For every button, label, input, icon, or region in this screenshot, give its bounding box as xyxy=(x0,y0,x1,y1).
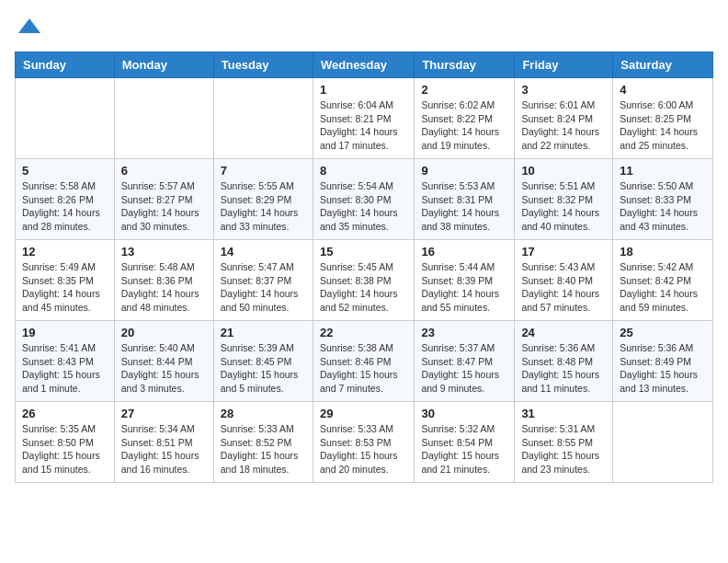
day-number: 21 xyxy=(221,326,306,339)
day-of-week-header: Saturday xyxy=(613,52,713,78)
day-number: 17 xyxy=(521,245,606,259)
calendar-cell: 6Sunrise: 5:57 AMSunset: 8:27 PMDaylight… xyxy=(114,159,213,240)
day-number: 2 xyxy=(421,83,507,97)
day-of-week-header: Thursday xyxy=(415,52,515,78)
day-number: 13 xyxy=(121,245,207,259)
day-number: 6 xyxy=(121,164,207,178)
day-of-week-header: Monday xyxy=(114,52,213,78)
day-info: Sunrise: 5:37 AMSunset: 8:47 PMDaylight:… xyxy=(421,341,507,396)
calendar-week-row: 1Sunrise: 6:04 AMSunset: 8:21 PMDaylight… xyxy=(16,78,713,159)
day-info: Sunrise: 5:33 AMSunset: 8:53 PMDaylight:… xyxy=(320,422,407,477)
day-info: Sunrise: 5:31 AMSunset: 8:55 PMDaylight:… xyxy=(521,422,606,477)
day-info: Sunrise: 5:49 AMSunset: 8:35 PMDaylight:… xyxy=(22,260,108,315)
calendar-cell: 1Sunrise: 6:04 AMSunset: 8:21 PMDaylight… xyxy=(313,78,414,159)
day-info: Sunrise: 5:44 AMSunset: 8:39 PMDaylight:… xyxy=(421,260,507,315)
day-number: 8 xyxy=(320,164,407,178)
day-number: 9 xyxy=(421,164,507,178)
logo xyxy=(15,15,42,40)
calendar-cell xyxy=(16,78,115,159)
day-number: 3 xyxy=(521,83,606,97)
day-number: 14 xyxy=(221,245,306,259)
calendar-week-row: 19Sunrise: 5:41 AMSunset: 8:43 PMDayligh… xyxy=(16,321,713,402)
calendar-cell: 4Sunrise: 6:00 AMSunset: 8:25 PMDaylight… xyxy=(613,78,713,159)
calendar-cell: 30Sunrise: 5:32 AMSunset: 8:54 PMDayligh… xyxy=(415,402,515,483)
day-info: Sunrise: 5:38 AMSunset: 8:46 PMDaylight:… xyxy=(320,341,407,396)
day-info: Sunrise: 5:51 AMSunset: 8:32 PMDaylight:… xyxy=(521,179,606,234)
calendar-cell: 7Sunrise: 5:55 AMSunset: 8:29 PMDaylight… xyxy=(213,159,313,240)
day-of-week-header: Sunday xyxy=(16,52,115,78)
day-info: Sunrise: 5:54 AMSunset: 8:30 PMDaylight:… xyxy=(320,179,407,234)
calendar-cell: 5Sunrise: 5:58 AMSunset: 8:26 PMDaylight… xyxy=(16,159,115,240)
day-info: Sunrise: 5:39 AMSunset: 8:45 PMDaylight:… xyxy=(221,341,306,396)
calendar-cell: 3Sunrise: 6:01 AMSunset: 8:24 PMDaylight… xyxy=(515,78,613,159)
calendar-week-row: 26Sunrise: 5:35 AMSunset: 8:50 PMDayligh… xyxy=(16,402,713,483)
day-number: 25 xyxy=(620,326,706,339)
calendar-cell: 17Sunrise: 5:43 AMSunset: 8:40 PMDayligh… xyxy=(515,240,613,321)
calendar-cell: 23Sunrise: 5:37 AMSunset: 8:47 PMDayligh… xyxy=(415,321,515,402)
calendar-cell: 14Sunrise: 5:47 AMSunset: 8:37 PMDayligh… xyxy=(213,240,313,321)
day-info: Sunrise: 5:36 AMSunset: 8:48 PMDaylight:… xyxy=(521,341,606,396)
day-number: 16 xyxy=(421,245,507,259)
day-info: Sunrise: 5:33 AMSunset: 8:52 PMDaylight:… xyxy=(221,422,306,477)
day-info: Sunrise: 5:42 AMSunset: 8:42 PMDaylight:… xyxy=(620,260,706,315)
day-info: Sunrise: 5:53 AMSunset: 8:31 PMDaylight:… xyxy=(421,179,507,234)
calendar-cell: 19Sunrise: 5:41 AMSunset: 8:43 PMDayligh… xyxy=(16,321,115,402)
day-info: Sunrise: 5:43 AMSunset: 8:40 PMDaylight:… xyxy=(521,260,606,315)
calendar-cell: 12Sunrise: 5:49 AMSunset: 8:35 PMDayligh… xyxy=(16,240,115,321)
calendar-cell: 31Sunrise: 5:31 AMSunset: 8:55 PMDayligh… xyxy=(515,402,613,483)
day-info: Sunrise: 5:57 AMSunset: 8:27 PMDaylight:… xyxy=(121,179,207,234)
day-number: 11 xyxy=(620,164,706,178)
day-info: Sunrise: 5:35 AMSunset: 8:50 PMDaylight:… xyxy=(22,422,108,477)
day-info: Sunrise: 5:47 AMSunset: 8:37 PMDaylight:… xyxy=(221,260,306,315)
day-info: Sunrise: 5:36 AMSunset: 8:49 PMDaylight:… xyxy=(620,341,706,396)
calendar-week-row: 12Sunrise: 5:49 AMSunset: 8:35 PMDayligh… xyxy=(16,240,713,321)
day-info: Sunrise: 5:32 AMSunset: 8:54 PMDaylight:… xyxy=(421,422,507,477)
day-number: 4 xyxy=(620,83,706,97)
day-of-week-header: Wednesday xyxy=(313,52,414,78)
day-info: Sunrise: 5:34 AMSunset: 8:51 PMDaylight:… xyxy=(121,422,207,477)
day-number: 19 xyxy=(22,326,108,339)
calendar-cell: 28Sunrise: 5:33 AMSunset: 8:52 PMDayligh… xyxy=(213,402,313,483)
calendar-cell: 15Sunrise: 5:45 AMSunset: 8:38 PMDayligh… xyxy=(313,240,414,321)
calendar-cell: 29Sunrise: 5:33 AMSunset: 8:53 PMDayligh… xyxy=(313,402,414,483)
day-number: 29 xyxy=(320,407,407,420)
calendar-cell: 21Sunrise: 5:39 AMSunset: 8:45 PMDayligh… xyxy=(213,321,313,402)
day-info: Sunrise: 6:04 AMSunset: 8:21 PMDaylight:… xyxy=(320,98,407,153)
calendar-cell: 2Sunrise: 6:02 AMSunset: 8:22 PMDaylight… xyxy=(415,78,515,159)
page-header xyxy=(15,15,713,40)
day-info: Sunrise: 5:41 AMSunset: 8:43 PMDaylight:… xyxy=(22,341,108,396)
day-number: 22 xyxy=(320,326,407,339)
calendar-cell: 8Sunrise: 5:54 AMSunset: 8:30 PMDaylight… xyxy=(313,159,414,240)
day-of-week-header: Friday xyxy=(515,52,613,78)
svg-marker-0 xyxy=(18,18,40,33)
calendar-cell: 9Sunrise: 5:53 AMSunset: 8:31 PMDaylight… xyxy=(415,159,515,240)
day-info: Sunrise: 5:50 AMSunset: 8:33 PMDaylight:… xyxy=(620,179,706,234)
calendar-cell: 20Sunrise: 5:40 AMSunset: 8:44 PMDayligh… xyxy=(114,321,213,402)
calendar-cell: 25Sunrise: 5:36 AMSunset: 8:49 PMDayligh… xyxy=(613,321,713,402)
day-number: 26 xyxy=(22,407,108,420)
day-number: 28 xyxy=(221,407,306,420)
day-number: 18 xyxy=(620,245,706,259)
day-info: Sunrise: 5:45 AMSunset: 8:38 PMDaylight:… xyxy=(320,260,407,315)
calendar-cell xyxy=(613,402,713,483)
day-number: 12 xyxy=(22,245,108,259)
day-number: 15 xyxy=(320,245,407,259)
calendar-cell: 27Sunrise: 5:34 AMSunset: 8:51 PMDayligh… xyxy=(114,402,213,483)
calendar-header-row: SundayMondayTuesdayWednesdayThursdayFrid… xyxy=(16,52,713,78)
day-number: 20 xyxy=(121,326,207,339)
day-info: Sunrise: 5:58 AMSunset: 8:26 PMDaylight:… xyxy=(22,179,108,234)
day-of-week-header: Tuesday xyxy=(213,52,313,78)
day-number: 10 xyxy=(521,164,606,178)
calendar-cell xyxy=(213,78,313,159)
calendar-cell: 11Sunrise: 5:50 AMSunset: 8:33 PMDayligh… xyxy=(613,159,713,240)
day-info: Sunrise: 5:55 AMSunset: 8:29 PMDaylight:… xyxy=(221,179,306,234)
calendar-cell: 18Sunrise: 5:42 AMSunset: 8:42 PMDayligh… xyxy=(613,240,713,321)
day-info: Sunrise: 5:40 AMSunset: 8:44 PMDaylight:… xyxy=(121,341,207,396)
calendar-cell xyxy=(114,78,213,159)
day-info: Sunrise: 5:48 AMSunset: 8:36 PMDaylight:… xyxy=(121,260,207,315)
day-info: Sunrise: 6:01 AMSunset: 8:24 PMDaylight:… xyxy=(521,98,606,153)
calendar-cell: 22Sunrise: 5:38 AMSunset: 8:46 PMDayligh… xyxy=(313,321,414,402)
day-info: Sunrise: 6:02 AMSunset: 8:22 PMDaylight:… xyxy=(421,98,507,153)
day-number: 23 xyxy=(421,326,507,339)
day-number: 31 xyxy=(521,407,606,420)
